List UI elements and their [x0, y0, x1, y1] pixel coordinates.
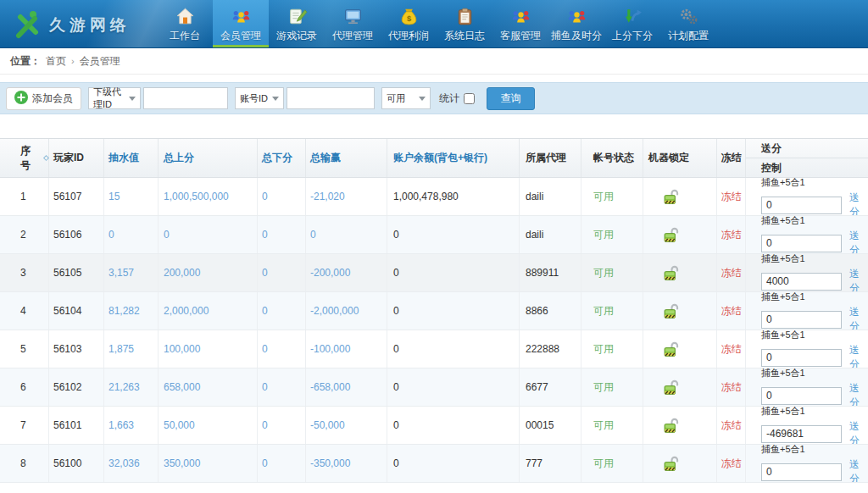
unlock-icon[interactable]	[662, 188, 680, 206]
score-input[interactable]	[761, 349, 842, 367]
pump-value-link[interactable]: 81,282	[104, 292, 159, 330]
winloss-link[interactable]: 0	[306, 216, 387, 253]
filter-toolbar: 添加会员 下级代理ID 账号ID 可用 统计 查询	[0, 82, 868, 114]
table-header: 序号 玩家ID 抽水值 总上分 总下分 总输赢 账户余额(背包+银行) 所属代理…	[0, 138, 868, 178]
total-down-link[interactable]: 0	[258, 445, 306, 482]
freeze-link[interactable]: 冻结	[721, 304, 742, 319]
freeze-link[interactable]: 冻结	[721, 228, 742, 242]
agent-id-input[interactable]	[143, 87, 228, 109]
total-down-link[interactable]: 0	[258, 216, 306, 253]
pump-value-link[interactable]: 15	[104, 178, 159, 215]
agent-cell: 889911	[520, 254, 581, 291]
unlock-icon[interactable]	[662, 341, 680, 358]
score-input[interactable]	[761, 273, 842, 291]
table-body: 1 56107 15 1,000,500,000 0 -21,020 1,000…	[0, 178, 868, 483]
total-down-link[interactable]: 0	[258, 292, 306, 330]
breadcrumb-home-link[interactable]: 首页	[46, 54, 66, 69]
nav-item-label: 代理管理	[332, 29, 373, 43]
nav-item-10[interactable]: 计划配置	[660, 0, 716, 48]
unlock-icon[interactable]	[662, 264, 680, 282]
freeze-link[interactable]: 冻结	[721, 342, 742, 357]
send-score-link[interactable]: 送分	[849, 229, 868, 253]
header-balance[interactable]: 账户余额(背包+银行)	[387, 139, 520, 177]
send-score-link[interactable]: 送分	[849, 343, 868, 368]
total-up-link[interactable]: 50,000	[159, 407, 258, 444]
total-up-link[interactable]: 1,000,500,000	[159, 178, 258, 215]
freeze-link[interactable]: 冻结	[721, 266, 742, 280]
status-select[interactable]: 可用	[381, 87, 431, 109]
nav-item-1[interactable]: 工作台	[157, 0, 213, 48]
header-pump[interactable]: 抽水值	[104, 139, 159, 177]
winloss-link[interactable]: -658,000	[306, 368, 387, 406]
nav-item-3[interactable]: 游戏记录	[269, 0, 325, 48]
send-score-link[interactable]: 送分	[849, 381, 868, 406]
score-input[interactable]	[761, 463, 842, 481]
header-winloss[interactable]: 总输赢	[306, 139, 387, 177]
unlock-icon[interactable]	[662, 417, 680, 435]
total-down-link[interactable]: 0	[258, 330, 306, 368]
total-up-link[interactable]: 0	[159, 216, 258, 253]
winloss-link[interactable]: -21,020	[306, 178, 387, 215]
freeze-link[interactable]: 冻结	[721, 190, 742, 204]
query-button[interactable]: 查询	[487, 87, 535, 110]
total-up-link[interactable]: 200,000	[159, 254, 258, 291]
header-total-down[interactable]: 总下分	[258, 139, 306, 177]
freeze-link[interactable]: 冻结	[721, 457, 742, 471]
winloss-link[interactable]: -200,000	[306, 254, 387, 291]
winloss-link[interactable]: -350,000	[306, 445, 387, 482]
brand-logo: 久游网络	[12, 7, 131, 44]
send-score-link[interactable]: 送分	[849, 191, 868, 215]
nav-item-label: 计划配置	[668, 29, 709, 43]
pump-value-link[interactable]: 32,036	[104, 445, 159, 482]
score-input[interactable]	[761, 387, 842, 405]
score-input[interactable]	[761, 425, 842, 443]
send-score-link[interactable]: 送分	[849, 419, 868, 444]
nav-item-4[interactable]: 代理管理	[325, 0, 381, 48]
account-select[interactable]: 账号ID	[235, 87, 284, 109]
nav-item-label: 上分下分	[612, 29, 653, 43]
pump-value-link[interactable]: 0	[104, 216, 159, 253]
total-up-link[interactable]: 100,000	[159, 330, 258, 368]
nav-item-9[interactable]: 上分下分	[604, 0, 660, 48]
nav-item-8[interactable]: 捕鱼及时分	[548, 0, 604, 48]
pump-value-link[interactable]: 1,663	[104, 407, 159, 444]
total-down-link[interactable]: 0	[258, 368, 306, 406]
nav-item-2[interactable]: 会员管理	[213, 0, 269, 48]
stats-checkbox[interactable]	[464, 93, 475, 104]
header-seq[interactable]: 序号	[0, 139, 49, 177]
total-down-link[interactable]: 0	[258, 254, 306, 291]
agent-id-select[interactable]: 下级代理ID	[88, 87, 141, 109]
winloss-link[interactable]: -100,000	[306, 330, 387, 368]
nav-item-7[interactable]: 客服管理	[492, 0, 548, 48]
winloss-link[interactable]: -50,000	[306, 407, 387, 444]
total-up-link[interactable]: 658,000	[159, 368, 258, 406]
total-up-link[interactable]: 350,000	[159, 445, 258, 482]
pump-value-link[interactable]: 21,263	[104, 368, 159, 406]
send-score-link[interactable]: 送分	[849, 267, 868, 291]
agent-cell: daili	[520, 216, 581, 253]
header-total-up[interactable]: 总上分	[159, 139, 258, 177]
table-row: 5 56103 1,875 100,000 0 -100,000 0 22288…	[0, 330, 868, 368]
unlock-icon[interactable]	[662, 379, 680, 396]
total-down-link[interactable]: 0	[258, 407, 306, 444]
send-score-link[interactable]: 送分	[849, 305, 868, 330]
nav-item-6[interactable]: 系统日志	[437, 0, 492, 48]
winloss-link[interactable]: -2,000,000	[306, 292, 387, 330]
score-input[interactable]	[761, 235, 842, 252]
freeze-link[interactable]: 冻结	[721, 418, 742, 433]
pump-value-link[interactable]: 3,157	[104, 254, 159, 291]
total-down-link[interactable]: 0	[258, 178, 306, 215]
unlock-icon[interactable]	[662, 302, 680, 320]
nav-item-label: 工作台	[170, 29, 200, 43]
nav-item-5[interactable]: $代理利润	[381, 0, 437, 48]
score-input[interactable]	[761, 197, 842, 214]
freeze-link[interactable]: 冻结	[721, 380, 742, 395]
add-member-button[interactable]: 添加会员	[6, 87, 81, 110]
score-input[interactable]	[761, 311, 842, 329]
pump-value-link[interactable]: 1,875	[104, 330, 159, 368]
unlock-icon[interactable]	[662, 455, 680, 473]
account-input[interactable]	[287, 87, 375, 109]
total-up-link[interactable]: 2,000,000	[159, 292, 258, 330]
unlock-icon[interactable]	[662, 226, 680, 244]
send-score-link[interactable]: 送分	[849, 457, 868, 482]
